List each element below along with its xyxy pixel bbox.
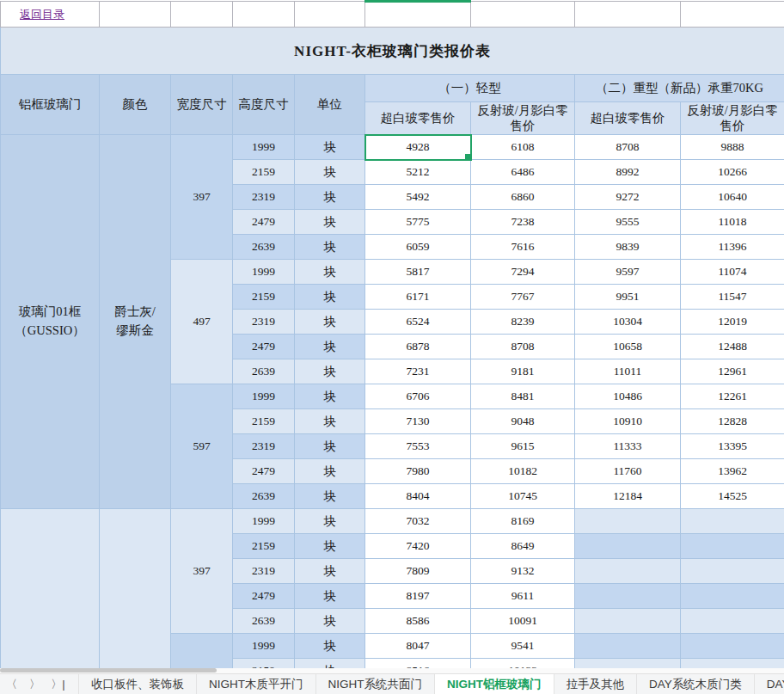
price-cell[interactable]: 12828	[681, 409, 784, 434]
unit-cell[interactable]: 块	[295, 210, 365, 235]
sheet-tab[interactable]: 收口板件、装饰板	[78, 674, 196, 694]
price-cell[interactable]: 8992	[575, 160, 681, 185]
price-cell[interactable]	[681, 609, 784, 634]
price-cell[interactable]	[681, 659, 784, 669]
unit-cell[interactable]: 块	[295, 409, 365, 434]
price-cell[interactable]	[575, 584, 681, 609]
price-cell[interactable]: 7420	[365, 534, 471, 559]
header-unit[interactable]: 单位	[295, 75, 365, 135]
price-cell[interactable]: 7294	[471, 260, 575, 285]
sheet-tab[interactable]: DAY系统铝	[754, 674, 784, 694]
width-cell[interactable]: 497	[171, 260, 233, 384]
price-cell[interactable]	[575, 534, 681, 559]
unit-cell[interactable]: 块	[295, 559, 365, 584]
price-cell[interactable]: 9597	[575, 260, 681, 285]
price-cell[interactable]: 11018	[681, 210, 784, 235]
header-group-light[interactable]: （一）轻型	[365, 75, 575, 102]
price-cell[interactable]: 11547	[681, 285, 784, 310]
selected-column-marker-cell[interactable]	[365, 2, 471, 28]
height-cell[interactable]: 2479	[233, 210, 295, 235]
cell[interactable]	[233, 2, 295, 28]
price-cell[interactable]: 9181	[471, 359, 575, 384]
tabs-scroll-last-icon[interactable]: 〉|	[46, 674, 70, 694]
header-width[interactable]: 宽度尺寸	[171, 75, 233, 135]
price-cell[interactable]: 8197	[365, 584, 471, 609]
height-cell[interactable]: 2639	[233, 484, 295, 509]
price-cell[interactable]: 9272	[575, 185, 681, 210]
price-cell[interactable]: 7032	[365, 509, 471, 534]
unit-cell[interactable]: 块	[295, 359, 365, 384]
unit-cell[interactable]: 块	[295, 185, 365, 210]
price-cell[interactable]: 10304	[575, 310, 681, 335]
price-cell[interactable]: 8404	[365, 484, 471, 509]
price-cell[interactable]	[681, 559, 784, 584]
header-heavy-ultra[interactable]: 超白玻零售价	[575, 102, 681, 135]
height-cell[interactable]: 1999	[233, 509, 295, 534]
header-color[interactable]: 颜色	[100, 75, 171, 135]
header-group-heavy[interactable]: （二）重型（新品）承重70KG	[575, 75, 784, 102]
price-cell[interactable]: 12019	[681, 310, 784, 335]
unit-cell[interactable]: 块	[295, 659, 365, 669]
price-cell[interactable]	[681, 634, 784, 659]
price-cell[interactable]: 7616	[471, 235, 575, 260]
sheet-tab[interactable]: NIGHT系统共面门	[315, 674, 435, 694]
price-cell[interactable]: 10486	[575, 384, 681, 409]
height-cell[interactable]: 2479	[233, 584, 295, 609]
price-cell[interactable]	[575, 634, 681, 659]
height-cell[interactable]: 2639	[233, 235, 295, 260]
color-cell[interactable]	[100, 509, 171, 669]
cell[interactable]	[681, 2, 784, 28]
price-cell[interactable]: 11011	[575, 359, 681, 384]
unit-cell[interactable]: 块	[295, 335, 365, 359]
horizontal-scrollbar-thumb[interactable]	[0, 668, 217, 673]
cell[interactable]	[171, 2, 233, 28]
price-cell[interactable]	[575, 559, 681, 584]
price-cell[interactable]: 7980	[365, 459, 471, 484]
price-cell[interactable]: 9132	[471, 559, 575, 584]
price-cell[interactable]	[681, 534, 784, 559]
height-cell[interactable]: 2159	[233, 659, 295, 669]
price-cell[interactable]: 9611	[471, 584, 575, 609]
cell[interactable]	[295, 2, 365, 28]
product-cell[interactable]	[1, 509, 100, 669]
height-cell[interactable]: 2319	[233, 185, 295, 210]
price-cell[interactable]: 8649	[471, 534, 575, 559]
price-cell[interactable]: 7130	[365, 409, 471, 434]
back-link[interactable]: 返回目录	[15, 7, 64, 22]
price-cell[interactable]: 5212	[365, 160, 471, 185]
unit-cell[interactable]: 块	[295, 534, 365, 559]
product-cell[interactable]: 玻璃门01框 （GUSSIO）	[1, 135, 100, 509]
header-product[interactable]: 铝框玻璃门	[1, 75, 100, 135]
price-cell[interactable]	[681, 509, 784, 534]
unit-cell[interactable]: 块	[295, 609, 365, 634]
price-cell[interactable]: 10910	[575, 409, 681, 434]
price-cell[interactable]: 6860	[471, 185, 575, 210]
price-cell[interactable]: 11396	[681, 235, 784, 260]
unit-cell[interactable]: 块	[295, 584, 365, 609]
color-cell[interactable]: 爵士灰/ 缪斯金	[100, 135, 171, 509]
unit-cell[interactable]: 块	[295, 434, 365, 459]
height-cell[interactable]: 1999	[233, 634, 295, 659]
price-cell[interactable]: 13962	[681, 459, 784, 484]
price-cell[interactable]: 6486	[471, 160, 575, 185]
price-cell[interactable]: 14525	[681, 484, 784, 509]
price-cell[interactable]: 8708	[575, 135, 681, 160]
height-cell[interactable]: 2319	[233, 310, 295, 335]
price-cell[interactable]: 8047	[365, 634, 471, 659]
price-cell[interactable]: 7809	[365, 559, 471, 584]
price-cell[interactable]: 7553	[365, 434, 471, 459]
price-cell[interactable]: 12961	[681, 359, 784, 384]
price-cell[interactable]	[575, 659, 681, 669]
unit-cell[interactable]: 块	[295, 135, 365, 160]
price-cell[interactable]: 6059	[365, 235, 471, 260]
price-cell[interactable]: 11074	[681, 260, 784, 285]
price-cell[interactable]: 7767	[471, 285, 575, 310]
price-cell[interactable]: 9555	[575, 210, 681, 235]
header-light-reflect[interactable]: 反射玻/月影白零售价	[471, 102, 575, 135]
price-cell[interactable]: 12488	[681, 335, 784, 359]
height-cell[interactable]: 2319	[233, 434, 295, 459]
sheet-tab[interactable]: NIGHT木质平开门	[196, 674, 315, 694]
unit-cell[interactable]: 块	[295, 634, 365, 659]
unit-cell[interactable]: 块	[295, 160, 365, 185]
price-cell[interactable]: 9615	[471, 434, 575, 459]
